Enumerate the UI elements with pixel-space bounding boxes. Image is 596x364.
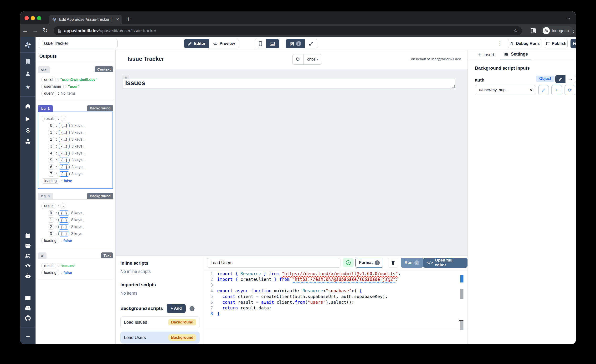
refresh-resource-button[interactable]: ⟳ (565, 85, 575, 95)
more-options-icon[interactable]: ⋮ (497, 40, 503, 47)
url-bar[interactable]: app.windmill.dev/apps/edit/u/user/issue-… (54, 26, 522, 35)
output-row[interactable]: 1:{...}3 keys , (48, 130, 111, 135)
desktop-view-button[interactable] (266, 39, 279, 48)
object-collapsed[interactable]: {...} (59, 130, 70, 135)
side-panel-icon[interactable] (530, 28, 536, 34)
eye-icon[interactable] (20, 263, 36, 269)
resource-picker-input[interactable]: u/user/my_sup... ✕ (475, 85, 536, 95)
window-close-button[interactable] (25, 16, 29, 20)
array-index[interactable]: 0 (48, 123, 54, 128)
text-component[interactable]: Issues (123, 79, 455, 89)
run-button[interactable]: Run i (401, 258, 423, 268)
output-key[interactable]: query (41, 91, 56, 96)
array-index[interactable]: 4 (48, 151, 54, 156)
output-key[interactable]: loading (42, 178, 59, 184)
app-name-input[interactable] (39, 39, 118, 48)
array-index[interactable]: 6 (48, 164, 54, 170)
code-line[interactable]: 7 return result.data; (204, 305, 468, 311)
code-line[interactable]: 4export async function main(auth: Resour… (204, 288, 468, 294)
output-key[interactable]: loading (41, 270, 59, 275)
dollar-icon[interactable]: $ (20, 127, 36, 134)
output-block-tab[interactable]: a (38, 253, 46, 259)
output-row[interactable]: 4:{...}3 keys , (48, 151, 111, 156)
arrow-right-icon[interactable]: → (20, 332, 36, 339)
code-line[interactable]: 5 const client = createClient(auth.supab… (204, 294, 468, 299)
object-collapsed[interactable]: {...} (59, 164, 70, 170)
output-row[interactable]: loading:false (42, 178, 111, 184)
code-line[interactable]: 8} (204, 311, 468, 317)
output-block-tab[interactable]: ctx (38, 66, 50, 73)
object-collapsed[interactable]: {...} (58, 210, 69, 216)
fullscreen-button[interactable] (305, 39, 317, 48)
background-script-item[interactable]: Load UsersBackground (120, 332, 200, 343)
mobile-view-button[interactable] (255, 39, 266, 48)
code-line[interactable]: 2import { createClient } from "https://e… (204, 276, 468, 282)
output-row[interactable]: 1:{...}8 keys , (48, 217, 111, 223)
browser-tab[interactable]: Edit App u/user/issue-tracker | × (49, 15, 122, 24)
code-editor-content[interactable]: 1import { Resource } from "https://deno.… (204, 271, 468, 317)
output-row[interactable]: result:- (42, 116, 111, 121)
code-line[interactable]: 1import { Resource } from "https://deno.… (204, 271, 468, 276)
chrome-menu-icon[interactable]: ⋮ (571, 28, 576, 34)
object-collapsed[interactable]: {...} (59, 157, 70, 163)
output-row[interactable]: username:"user" (41, 84, 111, 89)
code-line[interactable]: 3 (204, 282, 468, 288)
window-zoom-button[interactable] (37, 16, 41, 20)
back-icon[interactable]: ← (20, 27, 30, 34)
output-row[interactable]: email:"user@windmill.dev" (41, 77, 111, 82)
static-input-mode-button[interactable] (555, 75, 566, 83)
user-icon[interactable] (20, 71, 36, 77)
clear-icon[interactable]: ✕ (530, 88, 533, 92)
output-row[interactable]: 6:{...}3 keys , (48, 164, 111, 170)
output-key[interactable]: loading (41, 238, 59, 243)
output-key[interactable]: result (41, 263, 56, 268)
output-key[interactable]: result (42, 116, 56, 121)
collapse-toggle[interactable]: - (61, 116, 66, 121)
array-index[interactable]: 2 (48, 224, 54, 230)
open-full-editor-button[interactable]: </> Open full editor (423, 258, 468, 268)
bookmark-star-icon[interactable]: ☆ (513, 28, 518, 34)
publish-button[interactable]: Publish (545, 39, 568, 48)
home-icon[interactable] (20, 103, 36, 109)
tab-editor[interactable]: Editor (184, 39, 209, 48)
background-script-item[interactable]: Load IssuesBackground (120, 316, 200, 328)
output-key[interactable]: username (41, 84, 64, 89)
tab-search-chevron-icon[interactable]: ⌄ (567, 15, 571, 21)
object-collapsed[interactable]: {...} (58, 224, 69, 230)
tab-close-icon[interactable]: × (116, 17, 119, 22)
array-index[interactable]: 0 (48, 210, 54, 216)
output-row[interactable]: result:- (41, 204, 111, 209)
delete-script-button[interactable] (388, 258, 398, 268)
add-background-script-button[interactable]: + Add (167, 304, 186, 313)
output-key[interactable]: result (41, 204, 56, 209)
output-row[interactable]: 0:{...}3 keys , (48, 123, 111, 128)
output-row[interactable]: result:"Issues" (41, 263, 111, 268)
resize-handle[interactable] (452, 85, 455, 88)
window-minimize-button[interactable] (31, 16, 35, 20)
forward-icon[interactable]: → (30, 27, 40, 34)
calendar-icon[interactable] (20, 233, 36, 239)
folder-icon[interactable] (20, 243, 36, 249)
book-icon[interactable] (20, 295, 36, 301)
object-collapsed[interactable]: {...} (59, 137, 70, 142)
array-index[interactable]: 5 (48, 157, 54, 163)
array-index[interactable]: 2 (48, 137, 54, 142)
code-line[interactable]: 6 const result = await client.from("user… (204, 299, 468, 305)
app-canvas[interactable]: a Issues (116, 69, 468, 256)
building-icon[interactable] (20, 58, 36, 64)
output-row[interactable]: 2:{...}8 keys , (48, 224, 111, 230)
collapse-toggle[interactable]: - (60, 204, 66, 209)
output-row[interactable]: 5:{...}3 keys , (48, 157, 111, 163)
script-name-input[interactable] (207, 258, 340, 268)
connect-input-mode-button[interactable]: → (566, 75, 576, 83)
windmill-logo[interactable] (20, 41, 36, 49)
output-row[interactable]: 2:{...}3 keys , (48, 137, 111, 142)
output-block-tab[interactable]: bg_0 (38, 193, 53, 199)
output-row[interactable]: loading:false (41, 270, 111, 275)
reload-icon[interactable]: ↻ (40, 27, 50, 34)
cubes-icon[interactable] (20, 138, 36, 144)
output-block-tab[interactable]: bg_1 (38, 105, 53, 111)
array-index[interactable]: 3 (48, 231, 54, 237)
refresh-mode-dropdown[interactable]: once ▾ (304, 54, 322, 64)
tab-preview[interactable]: Preview (209, 39, 239, 48)
